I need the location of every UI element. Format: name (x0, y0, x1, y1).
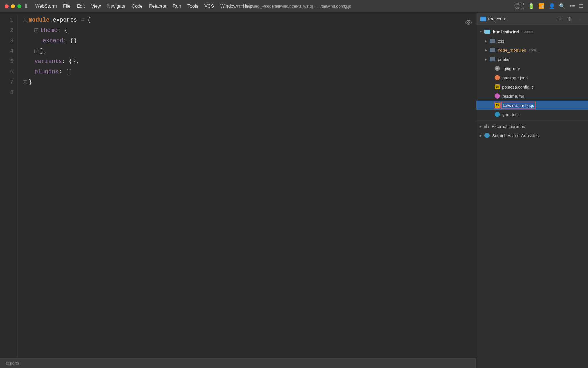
menu-edit[interactable]: Edit (74, 3, 88, 10)
menu-window[interactable]: Window (217, 3, 239, 10)
svg-rect-3 (558, 19, 561, 19)
tree-label-package-json: package.json (502, 75, 528, 80)
tree-label-yarn: yarn.lock (502, 112, 520, 117)
folder-icon-css (490, 39, 495, 43)
project-tree: ▼ html-tailwind ~/code ▶ css ▶ node_modu… (476, 25, 588, 368)
close-button[interactable] (5, 4, 9, 8)
panel-dropdown-icon[interactable]: ▼ (503, 17, 506, 21)
tree-label-node-modules: node_modules (498, 48, 526, 53)
code-line-6: plugins: [] (23, 67, 470, 77)
folder-icon-public (490, 57, 495, 61)
minimize-button[interactable] (11, 4, 15, 8)
tree-arrow-public: ▶ (484, 57, 488, 62)
menu-file[interactable]: File (60, 3, 74, 10)
code-line-3: extend: {} (23, 36, 470, 46)
svg-point-5 (569, 18, 570, 20)
tree-label-gitignore: .gitignore (502, 66, 520, 71)
menu-code[interactable]: Code (129, 3, 146, 10)
tree-label-ext-libs: External Libraries (492, 124, 525, 129)
window-title: html-tailwind [~/code/tailwind/html-tail… (237, 4, 351, 9)
tree-item-css[interactable]: ▶ css (476, 36, 588, 45)
readme-file-icon (495, 93, 500, 99)
tree-item-package-json[interactable]: ▶ package.json (476, 73, 588, 82)
menu-refactor[interactable]: Refactor (146, 3, 169, 10)
list-icon[interactable]: ☰ (579, 3, 583, 9)
menu-bar: WebStorm File Edit View Navigate Code Re… (32, 3, 255, 10)
tree-divider-1 (476, 120, 588, 120)
code-content[interactable]: − module.exports = { − theme: { extend: … (17, 15, 476, 358)
svg-rect-4 (558, 20, 560, 20)
tree-node-modules-suffix: libra… (529, 48, 540, 52)
ext-libs-icon (484, 124, 489, 128)
status-bar: exports (0, 358, 476, 368)
tree-arrow-node-modules: ▶ (484, 48, 488, 52)
finder-icon: 🔍 (559, 3, 565, 9)
menu-run[interactable]: Run (170, 3, 184, 10)
tree-item-public[interactable]: ▶ public (476, 55, 588, 64)
traffic-lights (5, 4, 21, 8)
tree-item-root[interactable]: ▼ html-tailwind ~/code (476, 27, 588, 36)
titlebar-right: 0 KB/s 0 KB/s 🔋 📶 👤 🔍 ••• ☰ (515, 2, 583, 10)
tree-arrow-root: ▼ (479, 29, 483, 34)
filter-button[interactable] (555, 15, 563, 23)
tree-item-readme[interactable]: ▶ readme.md (476, 91, 588, 101)
code-line-7: − } (23, 77, 470, 87)
tree-label-public: public (498, 57, 509, 62)
tree-item-ext-libs[interactable]: ▶ External Libraries (476, 122, 588, 131)
more-icon[interactable]: ••• (569, 3, 575, 9)
svg-point-0 (466, 20, 471, 24)
maximize-button[interactable] (17, 4, 21, 8)
user-icon: 👤 (549, 3, 555, 9)
menu-webstorm[interactable]: WebStorm (32, 3, 60, 10)
settings-button[interactable] (566, 15, 574, 23)
editor-area: 1 2 3 4 5 6 7 8 (0, 13, 476, 368)
apple-logo-icon:  (25, 3, 27, 9)
svg-rect-2 (557, 18, 561, 18)
main-layout: 1 2 3 4 5 6 7 8 (0, 13, 588, 368)
minimize-panel-button[interactable]: − (576, 15, 584, 23)
network-stats: 0 KB/s 0 KB/s (515, 2, 524, 10)
code-line-4: − }, (23, 46, 470, 56)
tree-item-scratches[interactable]: ▶ Scratches and Consoles (476, 131, 588, 140)
code-editor[interactable]: 1 2 3 4 5 6 7 8 (0, 13, 476, 358)
tree-item-node-modules[interactable]: ▶ node_modules libra… (476, 45, 588, 55)
svg-point-1 (468, 22, 470, 24)
battery-icon: 🔋 (528, 3, 534, 9)
tailwind-file-icon: JS (495, 103, 500, 108)
panel-title-label: Project (488, 16, 501, 21)
panel-header: Project ▼ − (476, 13, 588, 25)
tree-label-scratches: Scratches and Consoles (492, 133, 539, 138)
project-panel-icon (480, 17, 486, 21)
menubar:  WebStorm File Edit View Navigate Code … (0, 0, 588, 13)
folder-icon-root (484, 30, 490, 34)
panel-title: Project ▼ (480, 16, 506, 21)
gitignore-file-icon: ⊘ (495, 66, 500, 71)
eye-icon[interactable] (464, 18, 473, 27)
menu-vcs[interactable]: VCS (202, 3, 217, 10)
tree-label-tailwind-config: tailwind.config.js (502, 103, 535, 108)
code-line-1: − module.exports = { (23, 15, 470, 25)
menu-view[interactable]: View (88, 3, 104, 10)
tree-item-yarn[interactable]: ▶ yarn.lock (476, 110, 588, 119)
tree-item-postcss[interactable]: ▶ JS postcss.config.js (476, 82, 588, 91)
status-text: exports (6, 361, 19, 365)
package-file-icon (495, 75, 500, 80)
folder-icon-node-modules (490, 48, 495, 52)
tree-item-tailwind-config[interactable]: ▶ JS tailwind.config.js (476, 101, 588, 110)
tree-label-postcss: postcss.config.js (502, 85, 534, 89)
scratches-icon (484, 133, 490, 138)
wifi-icon: 📶 (538, 3, 545, 9)
tree-path-root: ~/code (522, 30, 533, 34)
tree-label-readme: readme.md (502, 94, 524, 99)
menu-tools[interactable]: Tools (185, 3, 201, 10)
project-panel: Project ▼ − (476, 13, 588, 368)
tree-item-gitignore[interactable]: ▶ ⊘ .gitignore (476, 64, 588, 73)
menu-navigate[interactable]: Navigate (105, 3, 128, 10)
panel-header-actions: − (555, 15, 584, 23)
postcss-file-icon: JS (495, 84, 500, 89)
tree-arrow-ext-libs: ▶ (479, 124, 483, 129)
tree-label-root: html-tailwind (493, 29, 519, 34)
yarn-file-icon (495, 112, 500, 117)
line-numbers: 1 2 3 4 5 6 7 8 (0, 15, 17, 358)
tree-arrow-css: ▶ (484, 39, 488, 43)
